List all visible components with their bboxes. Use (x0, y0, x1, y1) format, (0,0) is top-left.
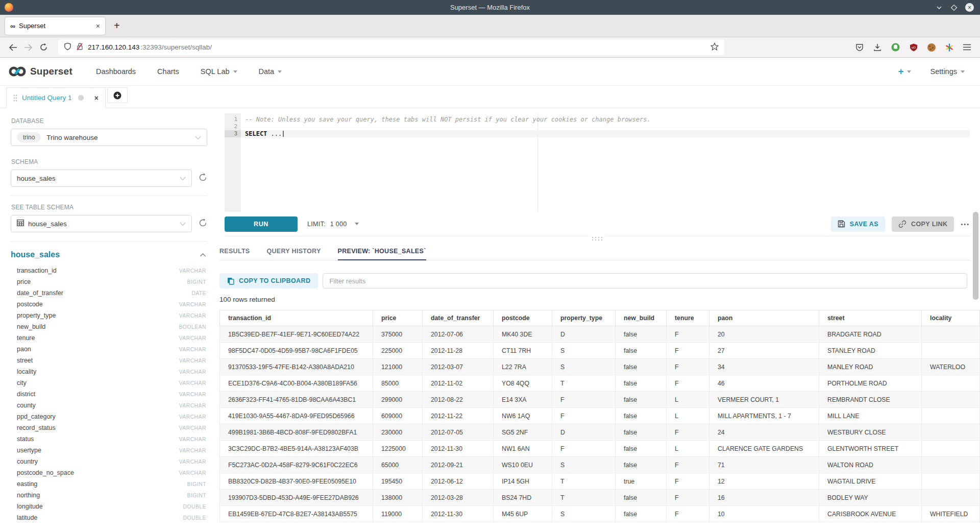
maximize-button[interactable] (950, 4, 958, 11)
collapse-table-chevron-icon[interactable] (200, 250, 206, 259)
nav-item-sql-lab[interactable]: SQL Lab (201, 67, 237, 76)
column-header-price[interactable]: price (373, 310, 423, 326)
bookmark-star-icon[interactable] (710, 42, 719, 52)
url-bar[interactable]: 217.160.120.143:32393/superset/sqllab/ (58, 40, 724, 55)
filter-results-input[interactable] (323, 273, 967, 288)
url-host: 217.160.120.143 (88, 43, 139, 51)
chevron-down-icon (195, 134, 201, 141)
column-header-street[interactable]: street (819, 310, 922, 326)
nav-item-dashboards[interactable]: Dashboards (96, 67, 136, 76)
table-cell: F (667, 375, 709, 392)
schema-column-row: street VARCHAR (11, 355, 207, 366)
close-button[interactable]: × (965, 3, 974, 12)
column-header-tenure[interactable]: tenure (667, 310, 709, 326)
settings-menu-button[interactable]: Settings (930, 67, 965, 76)
shield-icon[interactable] (64, 42, 71, 52)
table-cell: 20 (709, 326, 819, 343)
pane-divider[interactable] (225, 236, 970, 245)
refresh-table-button[interactable] (199, 219, 207, 229)
chevron-down-icon (355, 223, 359, 225)
sql-text: ... (267, 130, 282, 137)
browser-tab-superset[interactable]: ∞ Superset × (5, 17, 105, 35)
drag-handle-icon (13, 94, 17, 102)
refresh-schema-button[interactable] (199, 173, 207, 184)
copy-to-clipboard-button[interactable]: COPY TO CLIPBOARD (219, 273, 318, 288)
column-type: VARCHAR (179, 312, 206, 319)
chevron-down-icon (180, 220, 186, 228)
reload-button[interactable] (36, 43, 51, 51)
colorful-extension-icon[interactable] (945, 43, 953, 52)
run-button[interactable]: RUN (225, 216, 298, 232)
nav-item-data[interactable]: Data (259, 67, 282, 76)
plus-circle-icon (113, 91, 121, 100)
table-cell: BS24 7HD (494, 490, 552, 506)
column-header-property_type[interactable]: property_type (552, 310, 616, 326)
download-icon[interactable] (873, 43, 881, 52)
schema-select[interactable]: house_sales (11, 170, 192, 187)
results-tab-preview-house-sales[interactable]: PREVIEW: `HOUSE_SALES` (338, 248, 426, 260)
vertical-scrollbar[interactable] (973, 212, 978, 300)
column-header-date_of_transfer[interactable]: date_of_transfer (423, 310, 494, 326)
new-query-tab-button[interactable] (107, 87, 128, 103)
schema-column-row: easting BIGINT (11, 478, 207, 490)
limit-dropdown[interactable]: LIMIT: 1 000 (307, 221, 359, 228)
column-type: DOUBLE (183, 503, 206, 510)
table-cell: NW6 1AQ (494, 408, 552, 424)
column-header-locality[interactable]: locality (922, 310, 980, 326)
minimize-button[interactable] (936, 4, 943, 11)
database-value: Trino warehouse (46, 134, 97, 141)
schema-column-row: latitude DOUBLE (11, 512, 207, 523)
schema-column-row: record_status VARCHAR (11, 422, 207, 433)
save-as-button[interactable]: SAVE AS (831, 216, 885, 232)
column-type: BIGINT (187, 279, 206, 285)
table-cell: L22 7RA (494, 359, 552, 375)
forward-button[interactable] (20, 44, 36, 51)
table-cell: NW1 6AN (494, 441, 552, 457)
table-value: house_sales (28, 220, 67, 228)
query-tab-active[interactable]: Untitled Query 1 × (6, 87, 106, 108)
table-cell: 3C3C29DC-B7B2-4BE5-914A-A38123AF403B (220, 441, 373, 457)
table-cell: 2636F323-FF41-4765-81DB-98CAA6A43BC1 (220, 392, 373, 408)
database-select[interactable]: trino Trino warehouse (11, 129, 207, 146)
drag-handle-icon[interactable] (589, 234, 605, 245)
schema-column-row: postcode_no_space VARCHAR (11, 467, 207, 478)
table-cell: 2012-11-30 (423, 506, 494, 522)
lock-insecure-icon[interactable] (76, 42, 83, 52)
ublock-extension-icon[interactable]: uO (910, 43, 918, 52)
window-titlebar: Superset — Mozilla Firefox × (0, 0, 980, 15)
new-tab-button[interactable]: + (114, 20, 120, 32)
nav-item-charts[interactable]: Charts (157, 67, 179, 76)
column-header-paon[interactable]: paon (709, 310, 819, 326)
back-button[interactable] (5, 44, 20, 51)
column-name: usertype (17, 447, 41, 454)
column-header-new_build[interactable]: new_build (616, 310, 667, 326)
editor-toolbar: RUN LIMIT: 1 000 SAVE AS COPY LINK ••• (225, 212, 970, 236)
superset-logo[interactable]: Superset (8, 65, 72, 78)
column-type: BIGINT (187, 481, 206, 487)
sql-editor[interactable]: 1 -- Note: Unless you save your query, t… (225, 113, 970, 212)
tab-close-icon[interactable]: × (96, 22, 100, 30)
table-select[interactable]: house_sales (11, 215, 192, 232)
table-cell: M45 6UP (494, 506, 552, 522)
chevron-down-icon (961, 70, 965, 73)
column-name: longitude (17, 503, 43, 510)
add-menu-button[interactable]: + (898, 66, 911, 77)
column-name: record_status (17, 424, 56, 431)
results-tab-results[interactable]: RESULTS (219, 248, 250, 260)
column-header-transaction_id[interactable]: transaction_id (220, 310, 373, 326)
results-tab-query-history[interactable]: QUERY HISTORY (267, 248, 321, 260)
table-cell: false (616, 326, 667, 343)
table-cell: L (667, 392, 709, 408)
pocket-icon[interactable] (855, 43, 864, 52)
copy-link-button[interactable]: COPY LINK (892, 216, 954, 232)
schema-column-row: ppd_category VARCHAR (11, 411, 207, 422)
schema-column-row: date_of_transfer DATE (11, 287, 207, 299)
ghostery-extension-icon[interactable] (891, 43, 900, 52)
column-header-postcode[interactable]: postcode (494, 310, 552, 326)
superset-favicon-icon: ∞ (10, 22, 15, 30)
more-actions-button[interactable]: ••• (961, 221, 970, 227)
query-tab-close-icon[interactable]: × (94, 94, 99, 102)
menu-icon[interactable] (963, 44, 971, 51)
table-cell: 85000 (373, 375, 423, 392)
cookie-extension-icon[interactable] (927, 43, 936, 52)
